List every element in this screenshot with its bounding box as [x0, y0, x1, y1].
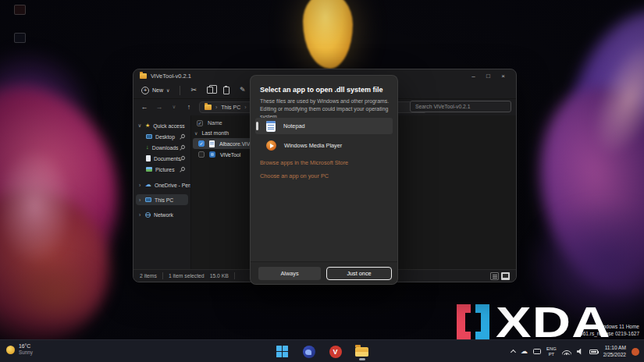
choose-app-link[interactable]: Choose an app on your PC [260, 172, 329, 179]
chat-button[interactable] [301, 342, 318, 361]
desktop-icon[interactable] [14, 33, 26, 43]
select-all-checkbox[interactable]: ✓ [197, 120, 203, 126]
vivaldi-icon: V [329, 346, 342, 358]
start-button[interactable] [274, 342, 291, 361]
chat-icon [303, 346, 315, 358]
sidebar-item-desktop[interactable]: Desktop [133, 131, 190, 142]
notification-badge[interactable] [632, 348, 639, 356]
pin-icon [180, 155, 186, 161]
recent-locations-icon[interactable]: ∨ [169, 104, 179, 110]
chevron-down-icon: ∨ [194, 130, 197, 136]
xda-logo: XDA [457, 304, 590, 340]
details-view-button[interactable] [490, 272, 499, 280]
sidebar-item-onedrive[interactable]: › ☁ OneDrive - Personal [133, 179, 190, 190]
always-button[interactable]: Always [258, 267, 321, 280]
taskbar-center-icons: V [274, 340, 371, 362]
cloud-icon: ☁ [145, 182, 151, 188]
wifi-icon[interactable] [562, 348, 571, 355]
language-switcher[interactable]: ENG PT [546, 346, 557, 357]
xda-left-bracket-icon [457, 304, 471, 340]
pin-icon [180, 144, 186, 150]
chevron-right-icon[interactable]: › [137, 183, 142, 188]
toolbar-divider [180, 86, 180, 95]
battery-icon[interactable] [589, 350, 598, 354]
desktop-icon [146, 134, 152, 139]
sidebar-item-pictures[interactable]: Pictures [133, 164, 190, 175]
rename-icon[interactable]: ✎ [240, 87, 246, 94]
breadcrumb-separator: › [215, 105, 217, 110]
sidebar-item-quick-access[interactable]: ∨ ★ Quick access [133, 120, 190, 131]
download-arrow-icon: ↓ [146, 144, 149, 151]
chevron-down-icon[interactable]: ∨ [137, 122, 142, 129]
wallpaper-bloom-left [0, 148, 73, 265]
row-checkbox-unchecked[interactable] [198, 151, 205, 158]
sidebar-item-this-pc[interactable]: › This PC [136, 194, 188, 205]
sidebar-item-documents[interactable]: Documents [133, 153, 190, 164]
new-button[interactable]: + New ∨ [141, 87, 169, 94]
wallpaper-bloom-left [0, 66, 141, 316]
system-tray: ☁ ENG PT 11:10 AM 2/25/2022 [511, 340, 639, 362]
wallpaper-bloom-right [519, 72, 644, 311]
wallpaper-gold-blob [303, 0, 353, 69]
search-input[interactable]: Search ViVeTool-v0.2.1 [410, 101, 511, 112]
app-option-wmp[interactable]: Windows Media Player [255, 137, 393, 154]
dll-file-icon [209, 140, 215, 147]
app-option-notepad[interactable]: Notepad [255, 118, 393, 134]
onedrive-icon[interactable]: ☁ [521, 348, 528, 355]
document-icon [146, 155, 151, 161]
breadcrumb-separator: › [244, 105, 246, 110]
back-icon[interactable]: ← [140, 103, 149, 111]
dialog-footer: Always Just once [251, 261, 397, 284]
active-app-indicator [359, 358, 365, 360]
star-icon: ★ [145, 122, 150, 129]
hidden-icons-chevron-icon[interactable] [511, 350, 516, 355]
status-divider [162, 272, 163, 279]
file-explorer-icon [355, 347, 368, 357]
cut-icon[interactable]: ✂ [190, 87, 197, 94]
notepad-icon [266, 121, 276, 132]
weather-widget[interactable]: 16°C Sunny [6, 343, 33, 356]
sidebar-item-network[interactable]: › Network [133, 209, 190, 220]
forward-icon[interactable]: → [155, 103, 164, 111]
windows-start-icon [276, 346, 289, 358]
xda-right-bracket-icon [475, 304, 489, 340]
chevron-right-icon[interactable]: › [137, 197, 142, 203]
explorer-sidebar: ∨ ★ Quick access Desktop ↓ Downloads Doc… [133, 115, 191, 269]
weather-temperature: 16°C [19, 343, 33, 350]
folder-icon [140, 73, 147, 79]
this-pc-icon [145, 197, 151, 202]
weather-condition: Sunny [19, 350, 33, 356]
chevron-right-icon[interactable]: › [137, 212, 142, 218]
xda-logo-text: XDA [496, 304, 611, 340]
pin-icon [180, 133, 186, 139]
picture-icon [146, 167, 152, 172]
sidebar-item-downloads[interactable]: ↓ Downloads [133, 142, 190, 153]
row-checkbox-checked[interactable]: ✓ [198, 140, 205, 147]
breadcrumb-this-pc[interactable]: This PC [221, 105, 240, 110]
volume-icon[interactable] [577, 349, 584, 355]
tray-date: 2/25/2022 [603, 352, 626, 359]
dialog-title: Select an app to open .dll system file [260, 86, 383, 94]
tray-time: 11:10 AM [603, 345, 626, 352]
up-icon[interactable]: ↑ [184, 103, 194, 111]
browse-store-link[interactable]: Browse apps in the Microsoft Store [260, 159, 348, 166]
icons-view-button[interactable] [501, 272, 510, 280]
exe-file-icon [209, 151, 215, 158]
selection-count: 1 item selected [169, 273, 205, 279]
close-button[interactable]: × [496, 70, 510, 81]
wallpaper-bloom-left [0, 191, 109, 347]
folder-icon [205, 105, 212, 110]
display-icon[interactable] [533, 349, 541, 354]
selection-size: 15.0 KB [210, 273, 229, 279]
clock[interactable]: 11:10 AM 2/25/2022 [603, 345, 626, 358]
just-once-button[interactable]: Just once [326, 267, 392, 280]
maximize-button[interactable]: □ [482, 70, 495, 81]
copy-icon[interactable] [207, 87, 213, 94]
sun-icon [6, 346, 15, 354]
paste-icon[interactable] [223, 87, 229, 94]
item-count: 2 items [140, 273, 157, 279]
minimize-button[interactable]: – [467, 70, 480, 81]
desktop-icon[interactable] [14, 5, 26, 15]
vivaldi-button[interactable]: V [327, 342, 344, 361]
file-explorer-button[interactable] [354, 342, 371, 361]
